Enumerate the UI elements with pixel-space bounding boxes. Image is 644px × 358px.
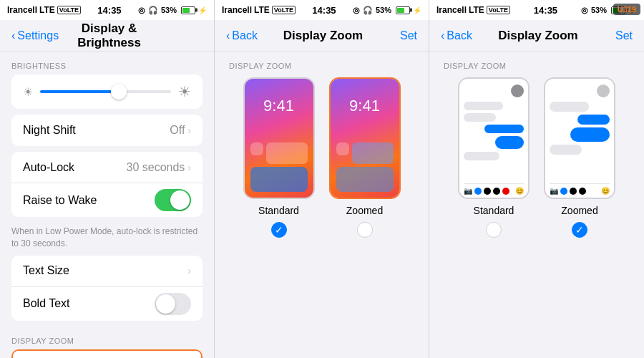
zoom-option-standard-3[interactable]: 📷 😊 Standard xyxy=(458,77,530,238)
camera-icon-zoom: 📷 xyxy=(550,187,558,195)
zoomed-label-3: Zoomed xyxy=(561,205,597,216)
bold-text-toggle[interactable] xyxy=(155,293,191,315)
nav-title-3: Display Zoom xyxy=(472,29,604,43)
watermark: U319 xyxy=(613,4,640,15)
lock-wake-group: Auto-Lock 30 seconds › Raise to Wake xyxy=(11,152,203,217)
text-size-label: Text Size xyxy=(23,264,187,277)
auto-lock-label: Auto-Lock xyxy=(23,161,126,174)
back-label-2: Back xyxy=(232,29,258,42)
battery-icon-2 xyxy=(396,6,410,14)
back-label-1: Settings xyxy=(17,29,59,42)
color-black-zoom xyxy=(570,188,577,195)
color-black2-zoom xyxy=(579,188,586,195)
auto-lock-row[interactable]: Auto-Lock 30 seconds › xyxy=(11,152,203,183)
status-left-2: Irancell LTE VoLTE xyxy=(222,5,296,15)
back-button-2[interactable]: ‹ Back xyxy=(226,29,258,42)
msg-bubble-sent-z1 xyxy=(577,115,610,125)
network-3: LTE xyxy=(469,5,484,15)
zoom-section-2: DISPLAY ZOOM xyxy=(215,52,429,77)
auto-lock-value: 30 seconds › xyxy=(126,161,191,174)
zoom-scroll-2[interactable]: DISPLAY ZOOM 9:41 xyxy=(215,52,429,358)
emoji-icon-zoom: 😊 xyxy=(601,187,610,195)
set-button-2[interactable]: Set xyxy=(389,29,417,42)
standard-radio-2[interactable]: ✓ xyxy=(271,222,287,238)
network-type-2: VoLTE xyxy=(272,6,296,14)
chevron-auto-lock: › xyxy=(187,162,191,173)
msg-bubble-sent-z2 xyxy=(570,127,610,142)
headphone-icon-1: 🎧 xyxy=(148,6,158,15)
nav-bar-3: ‹ Back Display Zoom Set xyxy=(429,20,644,52)
status-bar-2: Irancell LTE VoLTE 14:35 ◎ 🎧 53% ⚡ xyxy=(215,0,429,20)
zoom-scroll-3[interactable]: DISPLAY ZOOM xyxy=(429,52,644,358)
carrier-2: Irancell xyxy=(222,5,252,15)
msg-bubble-recv-1 xyxy=(464,102,503,110)
status-bar-1: Irancell LTE VoLTE 14:35 ◎ 🎧 53% ⚡ xyxy=(0,0,214,20)
msg-bottom-bar-zoom: 📷 😊 xyxy=(550,183,610,195)
color-blue-zoom xyxy=(560,188,567,195)
time-2: 14:35 xyxy=(312,5,336,16)
headphone-icon-2: 🎧 xyxy=(363,6,373,15)
bold-text-label: Bold Text xyxy=(23,297,155,310)
status-right-2: ◎ 🎧 53% ⚡ xyxy=(353,6,421,15)
status-left-3: Irancell LTE VoLTE xyxy=(436,5,510,15)
raise-wake-toggle[interactable] xyxy=(155,189,191,211)
checkmark-zoomed-3: ✓ xyxy=(575,225,584,235)
lockscreen-widgets-standard xyxy=(245,137,313,198)
zoom-options-3: 📷 😊 Standard xyxy=(429,77,644,238)
location-icon-1: ◎ xyxy=(138,6,145,15)
chevron-text-size: › xyxy=(187,265,191,276)
toggle-thumb xyxy=(170,190,190,210)
color-red-std xyxy=(502,188,509,195)
view-row[interactable]: View Standard › xyxy=(13,351,201,358)
standard-radio-3[interactable] xyxy=(486,222,502,238)
lockscreen-time-zoomed: 9:41 xyxy=(349,97,380,115)
widget-block-sm-z xyxy=(336,142,349,155)
msg-bubble-recv-3 xyxy=(464,152,499,160)
lockscreen-time-standard: 9:41 xyxy=(263,97,294,115)
night-shift-row[interactable]: Night Shift Off › xyxy=(11,115,203,146)
night-shift-group: Night Shift Off › xyxy=(11,115,203,146)
battery-percent-3: 53% xyxy=(591,6,607,14)
standard-mockup-2: 9:41 xyxy=(243,77,315,199)
zoom-option-zoomed-2[interactable]: 9:41 Zoomed xyxy=(329,77,401,238)
brightness-thumb[interactable] xyxy=(111,84,127,100)
chevron-night-shift: › xyxy=(187,125,191,136)
checkmark-standard: ✓ xyxy=(275,225,283,235)
zoomed-mockup-2: 9:41 xyxy=(329,77,401,199)
chevron-left-icon-2: ‹ xyxy=(226,29,230,42)
zoomed-radio-2[interactable] xyxy=(357,222,373,238)
charging-icon-1: ⚡ xyxy=(198,6,207,14)
settings-scroll[interactable]: BRIGHTNESS ☀ ☀ Night Shift Off › xyxy=(0,52,214,358)
back-button-1[interactable]: ‹ Settings xyxy=(11,29,59,42)
bold-toggle-thumb xyxy=(156,294,175,314)
zoom-option-standard-2[interactable]: 9:41 Standard ✓ xyxy=(243,77,315,238)
raise-wake-row[interactable]: Raise to Wake xyxy=(11,183,203,217)
text-size-row[interactable]: Text Size › xyxy=(11,256,203,287)
battery-percent-2: 53% xyxy=(376,6,391,14)
brightness-fill xyxy=(40,90,119,93)
time-1: 14:35 xyxy=(97,5,121,16)
brightness-slider[interactable] xyxy=(40,90,171,93)
set-button-3[interactable]: Set xyxy=(604,29,633,42)
brightness-group: ☀ ☀ xyxy=(11,74,203,109)
location-icon-3: ◎ xyxy=(581,6,588,15)
nav-bar-2: ‹ Back Display Zoom Set xyxy=(215,20,429,52)
auto-lock-footnote: When in Low Power Mode, auto-lock is res… xyxy=(0,223,214,256)
bold-text-row[interactable]: Bold Text xyxy=(11,287,203,321)
zoom-option-zoomed-3[interactable]: 📷 😊 Zoomed ✓ xyxy=(544,77,615,238)
panel-zoom-lockscreen: Irancell LTE VoLTE 14:35 ◎ 🎧 53% ⚡ ‹ Bac… xyxy=(215,0,429,358)
view-group: View Standard › xyxy=(11,349,203,358)
standard-mockup-3: 📷 😊 xyxy=(458,77,530,199)
msg-bubble-sent-2 xyxy=(495,136,524,149)
lockscreen-widgets-zoomed xyxy=(331,137,399,198)
msg-bubble-recv-z1 xyxy=(550,102,589,112)
widget-block-sm xyxy=(250,142,263,155)
night-shift-label: Night Shift xyxy=(23,124,170,137)
network-type-3: VoLTE xyxy=(487,6,510,14)
network-type-1: VoLTE xyxy=(57,6,81,14)
text-group: Text Size › Bold Text xyxy=(11,256,203,321)
location-icon-2: ◎ xyxy=(353,6,360,15)
zoomed-radio-3[interactable]: ✓ xyxy=(572,222,587,238)
zoom-options-2: 9:41 Standard ✓ xyxy=(215,77,429,238)
back-button-3[interactable]: ‹ Back xyxy=(441,29,472,42)
